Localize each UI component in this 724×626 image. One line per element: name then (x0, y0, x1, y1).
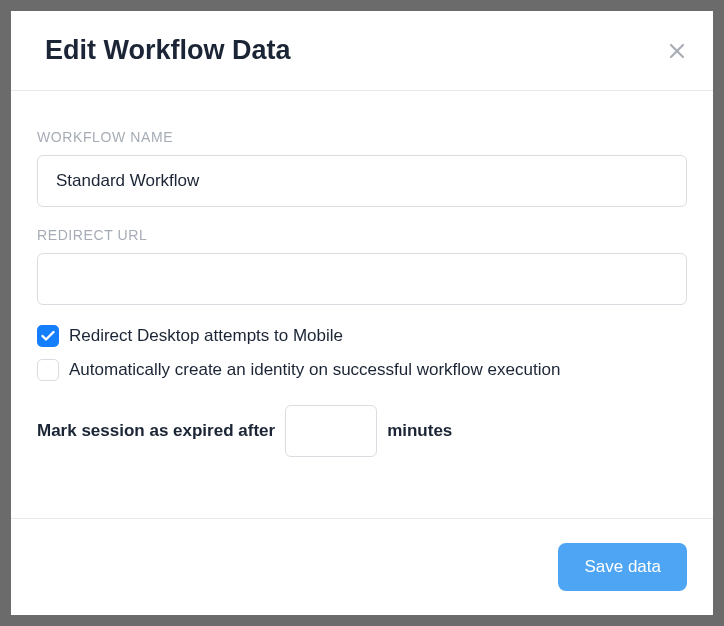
redirect-url-input[interactable] (37, 253, 687, 305)
save-button[interactable]: Save data (558, 543, 687, 591)
check-icon (41, 330, 55, 342)
redirect-url-field: REDIRECT URL (37, 227, 687, 305)
session-minutes-input[interactable] (285, 405, 377, 457)
auto-identity-label: Automatically create an identity on succ… (69, 360, 560, 380)
modal-header: Edit Workflow Data (11, 11, 713, 91)
session-prefix-text: Mark session as expired after (37, 421, 275, 441)
redirect-desktop-row: Redirect Desktop attempts to Mobile (37, 325, 687, 347)
modal-body: WORKFLOW NAME REDIRECT URL Redirect Desk… (11, 91, 713, 518)
redirect-url-label: REDIRECT URL (37, 227, 687, 243)
workflow-name-input[interactable] (37, 155, 687, 207)
modal-footer: Save data (11, 518, 713, 615)
session-suffix-text: minutes (387, 421, 452, 441)
redirect-desktop-label: Redirect Desktop attempts to Mobile (69, 326, 343, 346)
redirect-desktop-checkbox[interactable] (37, 325, 59, 347)
auto-identity-checkbox[interactable] (37, 359, 59, 381)
workflow-name-label: WORKFLOW NAME (37, 129, 687, 145)
auto-identity-row: Automatically create an identity on succ… (37, 359, 687, 381)
session-expiry-row: Mark session as expired after minutes (37, 405, 687, 457)
close-icon[interactable] (667, 41, 687, 61)
workflow-name-field: WORKFLOW NAME (37, 129, 687, 207)
modal-title: Edit Workflow Data (45, 35, 291, 66)
edit-workflow-modal: Edit Workflow Data WORKFLOW NAME REDIREC… (11, 11, 713, 615)
